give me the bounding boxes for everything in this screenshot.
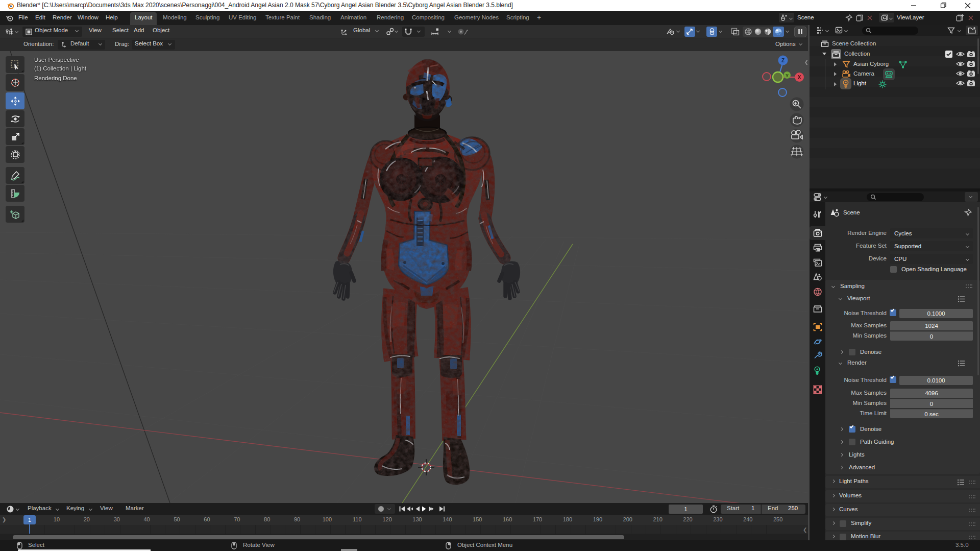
svg-text:Y: Y: [786, 73, 789, 78]
svg-text:(1) Collection | Light: (1) Collection | Light: [34, 65, 87, 71]
svg-text:Z: Z: [781, 58, 785, 63]
svg-text:❮: ❮: [804, 60, 808, 65]
svg-text:User Perspective: User Perspective: [34, 57, 79, 63]
svg-text:Rendering Done: Rendering Done: [34, 75, 77, 81]
svg-text:X: X: [798, 75, 801, 80]
